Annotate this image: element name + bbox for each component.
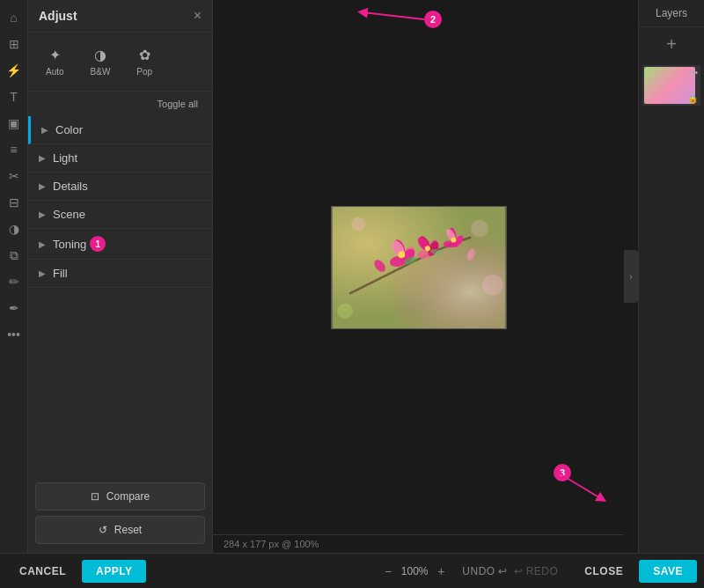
compare-icon: ⊡ [91,490,99,503]
annotation-3-group: 3 [554,464,571,481]
preset-auto-button[interactable]: ✦ Auto [35,41,75,82]
crop-icon[interactable]: ⊞ [4,33,25,55]
pen-icon[interactable]: ✒ [4,298,25,319]
redo-icon: ↩ [514,565,524,577]
left-toolbar: ⌂ ⊞ ⚡ T ▣ ≡ ✂ ⊟ ◑ ⧉ ✏ ✒ ••• [0,0,28,553]
presets-row: ✦ Auto ◑ B&W ✿ Pop [28,33,212,92]
compare-label: Compare [106,490,150,503]
redo-label: REDO [526,565,559,577]
layers-icon[interactable]: ⧉ [4,245,25,266]
section-scene-label: Scene [53,208,85,221]
svg-point-22 [351,217,365,231]
undo-button[interactable]: UNDO ↩ [462,565,507,577]
adjust-sections: ▶ Color ▶ Light ▶ Details ▶ Scene ▶ Toni… [28,116,212,474]
section-details[interactable]: ▶ Details [28,173,212,201]
svg-point-23 [471,219,488,237]
add-layer-button[interactable]: + [639,27,704,62]
section-details-label: Details [53,180,88,193]
home-icon[interactable]: ⌂ [4,7,25,28]
lightning-icon[interactable]: ⚡ [4,60,25,81]
bw-label: B&W [91,67,111,77]
preset-bw-button[interactable]: ◑ B&W [80,41,121,82]
info-bar: 284 x 177 px @ 100% [213,534,624,553]
details-chevron-icon: ▶ [39,181,46,191]
image-canvas [331,206,507,329]
toggle-all-row: Toggle all [28,92,212,116]
reset-button[interactable]: ↺ Reset [35,516,205,544]
undo-icon: ↩ [498,565,508,577]
action-buttons: ⊡ Compare ↺ Reset [28,474,212,553]
section-color[interactable]: ▶ Color [28,116,212,144]
bottom-toolbar: CANCEL APPLY − 100% + UNDO ↩ ↩ REDO CLOS… [0,553,704,588]
fill-chevron-icon: ▶ [39,268,46,278]
svg-line-29 [558,473,602,499]
auto-icon: ✦ [49,47,61,63]
scissors-icon[interactable]: ✂ [4,165,25,187]
save-button[interactable]: SAVE [639,560,697,583]
annotation-2-group: 2 [424,19,512,67]
section-light[interactable]: ▶ Light [28,144,212,173]
svg-point-13 [424,246,429,251]
text-icon[interactable]: T [4,86,25,107]
reset-label: Reset [114,524,142,536]
scene-chevron-icon: ▶ [39,209,46,219]
zoom-in-button[interactable]: + [434,562,448,580]
svg-line-28 [363,12,424,19]
section-fill-label: Fill [53,267,68,280]
section-fill[interactable]: ▶ Fill [28,260,212,288]
collapse-panel-button[interactable]: › [624,250,638,303]
preset-pop-button[interactable]: ✿ Pop [126,41,163,82]
annotation-2-badge: 2 [424,11,442,28]
svg-point-7 [398,251,405,258]
toning-chevron-icon: ▶ [39,239,46,249]
section-color-label: Color [55,123,83,136]
cancel-button[interactable]: CANCEL [7,560,78,583]
adjust-header: Adjust × [28,0,212,33]
texture-icon[interactable]: ≡ [4,139,25,160]
adjust-panel: Adjust × ✦ Auto ◑ B&W ✿ Pop Toggle all [28,0,213,553]
adjust-panel-title: Adjust [39,9,77,23]
image-info-text: 284 x 177 px @ 100% [224,539,319,549]
section-scene[interactable]: ▶ Scene [28,201,212,229]
circle-half-icon[interactable]: ◑ [4,218,25,239]
zoom-controls: − 100% + [381,562,448,580]
undo-label: UNDO [462,565,495,577]
canvas-content: 2 3 [213,0,624,534]
svg-point-24 [481,274,502,295]
bw-icon: ◑ [94,47,106,63]
pop-icon: ✿ [139,47,150,63]
layers-panel: Layers + ••• 🔒 [638,0,704,553]
annotation-3-badge: 3 [554,464,571,481]
section-toning[interactable]: ▶ Toning 1 [28,229,212,260]
svg-point-25 [337,303,353,319]
more-icon[interactable]: ••• [4,324,25,345]
layer-lock-icon: 🔒 [687,93,698,103]
canvas-area: 2 3 284 x 177 px @ 100% [213,0,624,553]
reset-icon: ↺ [99,524,107,536]
adjust-close-button[interactable]: × [194,9,202,23]
brush-icon[interactable]: ✏ [4,271,25,292]
apply-button[interactable]: APPLY [82,560,146,583]
toggle-all-button[interactable]: Toggle all [154,97,202,111]
color-chevron-icon: ▶ [41,125,48,135]
adjust-sliders-icon[interactable]: ⊟ [4,192,25,213]
undo-redo-controls: UNDO ↩ ↩ REDO [462,565,558,577]
frame-icon[interactable]: ▣ [4,113,25,134]
light-chevron-icon: ▶ [39,153,46,163]
section-toning-label: Toning [53,238,86,251]
close-button[interactable]: CLOSE [572,560,635,583]
zoom-out-button[interactable]: − [381,562,395,580]
compare-button[interactable]: ⊡ Compare [35,482,205,511]
toning-badge: 1 [90,236,106,252]
zoom-level: 100% [399,565,430,577]
layer-more-icon[interactable]: ••• [688,68,698,77]
auto-label: Auto [46,67,64,77]
layers-panel-title: Layers [639,0,704,27]
svg-point-19 [451,237,456,242]
section-light-label: Light [53,151,77,165]
redo-button[interactable]: ↩ REDO [514,565,558,577]
pop-label: Pop [136,67,152,77]
layer-thumbnail[interactable]: ••• 🔒 [642,65,700,106]
